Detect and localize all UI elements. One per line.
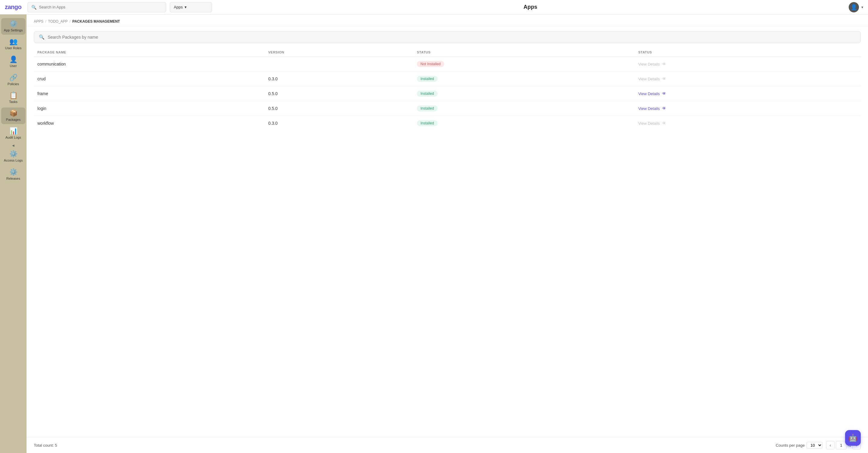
counts-per-page: Counts per page 10 25 50	[776, 442, 823, 449]
table-row: frame 0.5.0 Installed View Details 👁	[34, 86, 861, 101]
sidebar-item-packages[interactable]: 📦 Packages	[1, 108, 25, 124]
apps-dropdown[interactable]: Apps ▾	[170, 2, 212, 12]
table-row: crud 0.3.0 Installed View Details 👁	[34, 72, 861, 86]
col-status: STATUS	[413, 48, 634, 57]
total-count: Total count: 5	[34, 443, 57, 448]
pkg-status: Installed	[413, 116, 634, 131]
pkg-version: 0.3.0	[265, 72, 413, 86]
apps-tab-center: Apps	[216, 4, 845, 10]
pkg-version: 0.5.0	[265, 101, 413, 116]
apps-dropdown-label: Apps	[174, 5, 183, 9]
package-search-bar[interactable]: 🔍	[34, 31, 861, 43]
breadcrumb-todo-app[interactable]: TODO_APP	[48, 19, 67, 24]
breadcrumb-current: PACKAGES MANAGEMENT	[72, 19, 120, 24]
sidebar-item-app-settings[interactable]: ⚙️ App Settings	[1, 18, 25, 35]
pkg-status: Installed	[413, 72, 634, 86]
sidebar-item-tasks[interactable]: 📋 Tasks	[1, 90, 25, 106]
packages-table: PACKAGE NAME VERSION STATUS STATUS commu…	[34, 48, 861, 131]
table-row: communication Not Installed View Details…	[34, 57, 861, 72]
logo: zango	[5, 4, 22, 10]
table-footer: Total count: 5 Counts per page 10 25 50 …	[27, 437, 868, 453]
pkg-name: communication	[34, 57, 265, 72]
eye-icon[interactable]: 👁	[662, 106, 666, 111]
sidebar-item-label: Access Logs	[4, 159, 23, 163]
view-details-link[interactable]: View Details	[638, 106, 660, 111]
access-logs-icon: ⚙️	[9, 151, 18, 157]
apps-tab-title: Apps	[524, 4, 537, 10]
policies-icon: 🔗	[9, 74, 18, 81]
sidebar: ⚙️ App Settings 👥 User Roles 👤 User 🔗 Po…	[0, 15, 27, 453]
pkg-actions: View Details 👁	[634, 116, 861, 131]
global-search-bar[interactable]: 🔍	[27, 2, 166, 12]
breadcrumb: APPS / TODO_APP / PACKAGES MANAGEMENT	[27, 15, 868, 26]
pkg-name: frame	[34, 86, 265, 101]
eye-icon: 👁	[662, 121, 666, 125]
packages-content: 🔍 PACKAGE NAME VERSION STATUS STATUS com…	[27, 26, 868, 437]
sidebar-item-user[interactable]: 👤 User	[1, 54, 25, 70]
col-version: VERSION	[265, 48, 413, 57]
chat-button[interactable]: 🤖	[845, 430, 861, 446]
pkg-version: 0.3.0	[265, 116, 413, 131]
avatar-icon: 👤	[850, 4, 857, 10]
main-content: APPS / TODO_APP / PACKAGES MANAGEMENT 🔍 …	[27, 15, 868, 453]
package-search-input[interactable]	[48, 35, 856, 39]
topbar: zango 🔍 Apps ▾ Apps 👤 ▾	[0, 0, 868, 15]
pkg-version: 0.5.0	[265, 86, 413, 101]
pkg-actions: View Details 👁	[634, 57, 861, 72]
sidebar-item-label: User Roles	[5, 46, 22, 50]
sidebar-item-releases[interactable]: ⚙️ Releases	[1, 166, 25, 183]
view-details-link: View Details	[638, 77, 660, 81]
layout: ⚙️ App Settings 👥 User Roles 👤 User 🔗 Po…	[0, 15, 868, 453]
pkg-actions: View Details 👁	[634, 86, 861, 101]
tasks-icon: 📋	[9, 92, 18, 99]
global-search-input[interactable]	[39, 5, 162, 9]
view-details-link: View Details	[638, 121, 660, 125]
breadcrumb-sep1: /	[45, 19, 46, 24]
topbar-right: 👤 ▾	[849, 2, 863, 12]
gear-icon: ⚙️	[9, 21, 18, 27]
sidebar-item-label: App Settings	[4, 28, 23, 32]
chat-icon: 🤖	[848, 434, 858, 442]
table-row: login 0.5.0 Installed View Details 👁	[34, 101, 861, 116]
chevron-down-icon: ▾	[185, 5, 187, 9]
sidebar-item-label: Audit Logs	[5, 136, 21, 140]
chevron-down-icon-avatar: ▾	[861, 5, 863, 9]
prev-page-button[interactable]: ‹	[826, 441, 835, 449]
eye-icon[interactable]: 👁	[662, 91, 666, 96]
sidebar-item-label: Policies	[7, 82, 19, 86]
pkg-status: Installed	[413, 101, 634, 116]
avatar-button[interactable]: 👤	[849, 2, 859, 12]
table-row: workflow 0.3.0 Installed View Details 👁	[34, 116, 861, 131]
breadcrumb-sep2: /	[70, 19, 70, 24]
eye-icon: 👁	[662, 77, 666, 81]
search-icon: 🔍	[31, 5, 36, 10]
breadcrumb-apps[interactable]: APPS	[34, 19, 43, 24]
sidebar-item-label: User	[10, 64, 17, 68]
collapse-indicator: ◀	[12, 144, 14, 147]
pkg-actions: View Details 👁	[634, 101, 861, 116]
pkg-status: Installed	[413, 86, 634, 101]
view-details-link: View Details	[638, 62, 660, 66]
user-roles-icon: 👥	[9, 38, 18, 45]
sidebar-item-label: Packages	[6, 118, 21, 122]
col-package-name: PACKAGE NAME	[34, 48, 265, 57]
counts-per-page-label: Counts per page	[776, 443, 805, 448]
packages-icon: 📦	[9, 110, 18, 117]
releases-icon: ⚙️	[9, 169, 18, 175]
sidebar-item-label: Tasks	[9, 100, 18, 104]
per-page-select[interactable]: 10 25 50	[806, 442, 823, 449]
sidebar-item-policies[interactable]: 🔗 Policies	[1, 72, 25, 88]
eye-icon: 👁	[662, 62, 666, 66]
pkg-name: login	[34, 101, 265, 116]
col-actions: STATUS	[634, 48, 861, 57]
user-icon: 👤	[9, 56, 18, 63]
pkg-status: Not Installed	[413, 57, 634, 72]
sidebar-item-audit-logs[interactable]: 📊 Audit Logs	[1, 125, 25, 142]
sidebar-item-user-roles[interactable]: 👥 User Roles	[1, 36, 25, 53]
audit-logs-icon: 📊	[9, 128, 18, 134]
pkg-actions: View Details 👁	[634, 72, 861, 86]
pkg-version	[265, 57, 413, 72]
search-icon: 🔍	[39, 34, 44, 40]
sidebar-item-access-logs[interactable]: ⚙️ Access Logs	[1, 148, 25, 165]
view-details-link[interactable]: View Details	[638, 91, 660, 96]
